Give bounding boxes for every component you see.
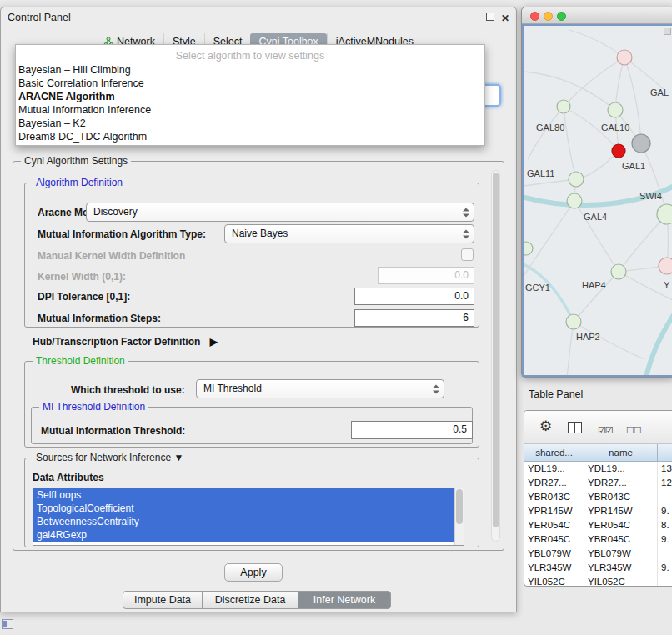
list-item-topologicalcoefficient[interactable]: TopologicalCoefficient: [33, 502, 454, 515]
table-toolbar: ⚙ ☑☑ ☐☐: [524, 411, 672, 444]
cell: YER054C: [524, 518, 584, 532]
settings-group-title: Cyni Algorithm Settings: [21, 155, 131, 167]
spinner-arrows-icon: [462, 207, 470, 218]
close-traffic-light[interactable]: [530, 12, 539, 21]
network-node-gray[interactable]: [632, 134, 650, 152]
network-view-corner-chip: [664, 28, 671, 35]
dropdown-option-basic-correlation[interactable]: Basic Correlation Inference: [16, 77, 484, 90]
algorithm-dropdown-popup: Select algorithm to view settings Bayesi…: [15, 44, 485, 146]
cell: YDR27...: [584, 476, 658, 490]
cell: YBR045C: [584, 532, 658, 547]
cell: 9.: [658, 504, 672, 518]
table-row[interactable]: YIL052C YIL052C: [524, 575, 672, 587]
kernel-width-input[interactable]: 0.0: [378, 267, 474, 284]
list-item-betweennesscentrality[interactable]: BetweennessCentrality: [33, 515, 454, 528]
dropdown-option-mutual-information[interactable]: Mutual Information Inference: [16, 103, 484, 117]
table-panel: ⚙ ☑☑ ☐☐ shared... name YDL19... YDL19...…: [524, 410, 672, 587]
aracne-mode-select[interactable]: Discovery: [86, 202, 474, 222]
data-attributes-list: SelfLoops TopologicalCoefficient Between…: [33, 488, 464, 546]
table-row[interactable]: YER054C YER054C 8.: [524, 518, 672, 532]
minimize-traffic-light[interactable]: [544, 12, 553, 21]
manual-kernel-width-checkbox[interactable]: [461, 248, 474, 261]
sources-toggle[interactable]: Sources for Network Inference ▼: [33, 452, 187, 463]
attributes-scrollbar[interactable]: [454, 488, 464, 545]
apply-button[interactable]: Apply: [224, 563, 283, 582]
tab-discretize-data[interactable]: Discretize Data: [202, 591, 298, 609]
mi-algorithm-type-select[interactable]: Naive Bayes: [224, 224, 474, 243]
node-label: Y: [664, 280, 670, 290]
table-row[interactable]: YDL19... YDL19... 13: [524, 462, 672, 476]
network-node[interactable]: [617, 50, 632, 65]
cell: [658, 547, 672, 561]
table-row[interactable]: YDR27... YDR27... 12: [524, 476, 672, 490]
settings-scrollbar-thumb[interactable]: [493, 172, 499, 528]
restore-panel-button[interactable]: [2, 619, 13, 629]
expanded-arrow-icon: ▼: [173, 452, 183, 463]
cell: 9.: [658, 561, 672, 575]
dpi-tolerance-label: DPI Tolerance [0,1]:: [38, 291, 130, 302]
network-node-selected-red[interactable]: [612, 144, 625, 158]
data-attributes-label: Data Attributes: [33, 472, 104, 483]
list-item-selfloops[interactable]: SelfLoops: [33, 488, 454, 502]
close-window-icon[interactable]: ✕: [501, 12, 509, 24]
node-label: GAL10: [601, 122, 629, 132]
dropdown-option-bayesian-hill[interactable]: Bayesian – Hill Climbing: [16, 63, 484, 77]
table-row[interactable]: YBR045C YBR045C 9.: [524, 532, 672, 547]
network-canvas[interactable]: GAL80 GAL10 GAL GAL11 GAL1 SWI4 GAL4 GCY…: [522, 24, 672, 377]
tab-impute-data[interactable]: Impute Data: [123, 591, 203, 609]
dpi-tolerance-input[interactable]: 0.0: [354, 288, 474, 305]
cell: YER054C: [584, 518, 658, 532]
desktop: Control Panel ✕ Network Style Select Cyn…: [0, 0, 672, 635]
network-node[interactable]: [567, 193, 582, 208]
network-node[interactable]: [569, 172, 584, 187]
control-panel-titlebar: Control Panel ✕: [1, 8, 516, 29]
cell: YIL052C: [584, 575, 658, 587]
cell: [658, 490, 672, 504]
network-window-titlebar: [522, 8, 672, 24]
mi-steps-label: Mutual Information Steps:: [38, 312, 161, 324]
network-view-window: GAL80 GAL10 GAL GAL11 GAL1 SWI4 GAL4 GCY…: [521, 7, 672, 378]
network-node[interactable]: [611, 264, 626, 279]
hub-definition-toggle[interactable]: Hub/Transcription Factor Definition ▶: [33, 336, 218, 348]
network-node[interactable]: [566, 314, 581, 329]
zoom-traffic-light[interactable]: [557, 12, 566, 21]
dropdown-option-bayesian-k2[interactable]: Bayesian – K2: [16, 117, 484, 130]
mi-algorithm-type-value: Naive Bayes: [232, 225, 288, 242]
tab-infer-network[interactable]: Infer Network: [298, 591, 391, 609]
select-all-button[interactable]: ☑☑: [598, 422, 613, 438]
table-row[interactable]: YLR345W YLR345W 9.: [524, 561, 672, 575]
network-node[interactable]: [657, 204, 672, 224]
settings-scrollbar[interactable]: [491, 170, 500, 542]
table-body: YDL19... YDL19... 13 YDR27... YDR27... 1…: [524, 462, 672, 587]
table-row[interactable]: YBL079W YBL079W: [524, 547, 672, 561]
column-selector-button[interactable]: [568, 422, 582, 433]
network-node[interactable]: [524, 242, 533, 255]
column-header-shared[interactable]: shared...: [524, 444, 584, 462]
node-label: HAP4: [582, 280, 606, 290]
network-node[interactable]: [608, 102, 623, 118]
network-node[interactable]: [659, 258, 672, 274]
cell: YBR043C: [524, 490, 584, 504]
dropdown-option-dream8[interactable]: Dream8 DC_TDC Algorithm: [16, 130, 484, 143]
list-item-gal4rgexp[interactable]: gal4RGexp: [33, 528, 454, 542]
dropdown-option-aracne[interactable]: ARACNE Algorithm: [16, 90, 484, 103]
mi-steps-input[interactable]: 6: [354, 309, 474, 327]
attributes-scrollbar-thumb[interactable]: [456, 489, 463, 524]
column-header-partial[interactable]: [658, 444, 672, 462]
cell: 13: [658, 462, 672, 476]
which-threshold-select[interactable]: MI Threshold: [196, 379, 444, 398]
dropdown-placeholder: Select algorithm to view settings: [16, 48, 484, 63]
mi-threshold-input[interactable]: 0.5: [351, 421, 473, 439]
cell: YPR145W: [524, 504, 584, 518]
table-row[interactable]: YBR043C YBR043C: [524, 490, 672, 504]
which-threshold-label: Which threshold to use:: [71, 384, 185, 396]
network-node[interactable]: [557, 100, 570, 113]
network-graph[interactable]: GAL80 GAL10 GAL GAL11 GAL1 SWI4 GAL4 GCY…: [524, 26, 672, 377]
table-settings-button[interactable]: ⚙: [539, 418, 552, 435]
algorithm-definition-title: Algorithm Definition: [33, 177, 126, 188]
table-row[interactable]: YPR145W YPR145W 9.: [524, 504, 672, 518]
column-header-name[interactable]: name: [584, 444, 658, 462]
float-window-icon[interactable]: [486, 12, 494, 21]
cell: YBL079W: [584, 547, 658, 561]
deselect-all-button[interactable]: ☐☐: [626, 422, 641, 438]
